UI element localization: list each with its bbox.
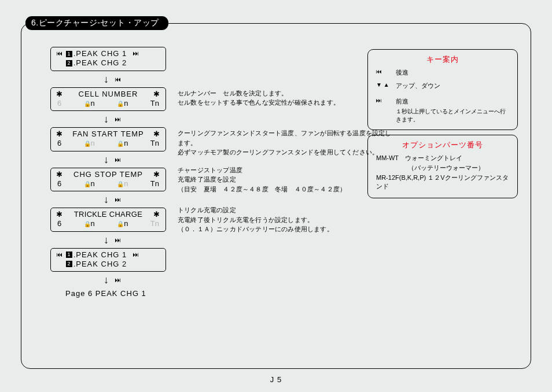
star-icon: ✱	[153, 170, 160, 179]
arrow-down-icon: ↓	[104, 275, 109, 285]
star-icon: ✱	[56, 90, 63, 99]
lcd-box: ⏮ 1 .PEAK CHG 1 ⏭ ⏮ 2 .PEAK CHG 2	[50, 248, 166, 272]
nav-icon: ⏭	[115, 276, 121, 283]
value-c: 🔒n	[117, 99, 128, 108]
prev-icon: ⏮	[376, 68, 391, 75]
value-a: 6	[57, 139, 61, 148]
step-desc: セルナンバー セル数を決定します。セル数をセットする事で色んな安定性が確保されま…	[178, 88, 386, 108]
lcd-box: ✱ CHG STOP TEMP ✱ 6 🔒n 🔒n Tn	[50, 168, 166, 192]
key-row: ▼ ▲ アップ、ダウン	[376, 82, 509, 90]
key-label: 後進	[396, 68, 409, 77]
lcd-text: .PEAK CHG 2	[73, 58, 127, 68]
nav-icon: ⏭	[115, 116, 121, 123]
next-icon: ⏭	[376, 97, 391, 103]
step-desc: チャージストップ温度充電終了温度を設定（目安 夏場 ４２度～４８度 冬場 ４０度…	[178, 165, 386, 194]
star-icon: ✱	[56, 210, 63, 219]
lcd-row: ✱ CELL NUMBER ✱	[56, 90, 160, 99]
key-row: ⏭ 前進	[376, 97, 509, 106]
step-5: ⏮ 1 .PEAK CHG 1 ⏭ ⏮ 2 .PEAK CHG 2 ↓ ⏭	[50, 248, 374, 286]
item-number: 2	[66, 261, 72, 267]
key-guide-panel: キー案内 ⏮ 後進 ▼ ▲ アップ、ダウン ⏭ 前進 １秒以上押しているとメイン…	[367, 49, 518, 130]
opt-line: MM-WT ウォーミングトレイ	[376, 154, 509, 162]
lcd-row: 6 🔒n 🔒n Tn	[56, 179, 160, 188]
up-down-icon: ▼ ▲	[376, 82, 391, 88]
lcd-row: ⏮ 2 .PEAK CHG 2	[56, 260, 160, 269]
lcd-box: ✱ TRICKLE CHARGE ✱ 6 🔒n 🔒n Tn	[50, 208, 166, 232]
value-d: Tn	[150, 219, 159, 228]
lcd-row: ⏮ 1 .PEAK CHG 1 ⏭	[56, 250, 160, 260]
option-parts-panel: オプションパーツ番号 MM-WT ウォーミングトレイ （バッテリーウォーマー） …	[367, 135, 518, 198]
next-icon: ⏭	[133, 50, 139, 58]
step-2: ✱ FAN START TEMP ✱ 6 🔒n 🔒n Tn クーリングファンスタ…	[50, 127, 374, 165]
lcd-row: ⏮ 2 .PEAK CHG 2	[56, 58, 160, 68]
lcd-row: 6 🔒n 🔒n Tn	[56, 139, 160, 148]
item-number: 1	[66, 252, 72, 258]
lcd-text: .PEAK CHG 2	[73, 260, 127, 269]
lcd-box: ✱ FAN START TEMP ✱ 6 🔒n 🔒n Tn	[50, 127, 166, 151]
nav-icon: ⏭	[115, 236, 121, 243]
section-header: 6.ピークチャージ-セット・アップ	[25, 16, 168, 30]
arrow-down-icon: ↓	[104, 235, 109, 245]
main-frame: ⏮ 1 .PEAK CHG 1 ⏭ ⏮ 2 .PEAK CHG 2 ↓ ⏮	[21, 23, 531, 369]
key-label: アップ、ダウン	[396, 82, 440, 90]
next-icon: ⏭	[133, 251, 139, 259]
lcd-text: .PEAK CHG 1	[73, 49, 127, 58]
star-icon: ✱	[153, 210, 160, 219]
arrow-down-icon: ↓	[104, 194, 109, 205]
lcd-box: ✱ CELL NUMBER ✱ 6 🔒n 🔒n Tn	[50, 87, 166, 112]
key-note: １秒以上押しているとメインメニューへ行きます。	[396, 108, 509, 124]
value-c: 🔒n	[117, 139, 128, 148]
nav-icon: ⏭	[115, 156, 121, 163]
value-d: Tn	[150, 179, 159, 188]
arrow-down-icon: ↓	[104, 74, 109, 84]
star-icon: ✱	[153, 130, 160, 139]
prev-icon: ⏮	[56, 50, 63, 58]
lcd-title: CHG STOP TEMP	[73, 170, 143, 179]
value-b: 🔒n	[84, 99, 95, 108]
lcd-row: ✱ FAN START TEMP ✱	[56, 130, 160, 139]
lcd-title: TRICKLE CHARGE	[74, 210, 142, 219]
step-0: ⏮ 1 .PEAK CHG 1 ⏭ ⏮ 2 .PEAK CHG 2 ↓ ⏮	[50, 47, 374, 85]
value-a: 6	[57, 179, 61, 188]
value-a: 6	[57, 219, 61, 228]
nav-icon: ⏮	[115, 76, 121, 83]
flow-column: ⏮ 1 .PEAK CHG 1 ⏭ ⏮ 2 .PEAK CHG 2 ↓ ⏮	[50, 47, 374, 298]
lcd-row: ⏮ 1 .PEAK CHG 1 ⏭	[56, 49, 160, 58]
value-b: 🔒n	[84, 139, 95, 148]
item-number: 2	[66, 60, 72, 66]
value-b: 🔒n	[84, 219, 95, 228]
page-label: Page 6 PEAK CHG 1	[65, 289, 374, 298]
value-b: 🔒n	[84, 179, 95, 188]
arrow-down-icon: ↓	[104, 154, 109, 165]
step-desc: クーリングファンスタンドスタート温度、ファンが回転する温度を設定します。必ずマッ…	[178, 128, 398, 157]
lcd-box: ⏮ 1 .PEAK CHG 1 ⏭ ⏮ 2 .PEAK CHG 2	[50, 47, 166, 71]
prev-icon: ⏮	[56, 251, 63, 259]
opt-line: （バッテリーウォーマー）	[376, 164, 509, 172]
panel-title: オプションパーツ番号	[376, 140, 509, 150]
lcd-row: ✱ TRICKLE CHARGE ✱	[56, 210, 160, 219]
lcd-row: 6 🔒n 🔒n Tn	[56, 99, 160, 108]
lcd-row: 6 🔒n 🔒n Tn	[56, 219, 160, 228]
value-d: Tn	[150, 139, 159, 148]
value-c: 🔒n	[117, 219, 128, 228]
lcd-text: .PEAK CHG 1	[73, 250, 127, 260]
step-3: ✱ CHG STOP TEMP ✱ 6 🔒n 🔒n Tn チャージストップ温度充…	[50, 168, 374, 206]
lcd-title: CELL NUMBER	[79, 90, 138, 99]
page-footer: J 5	[0, 375, 552, 384]
value-a: 6	[57, 99, 61, 108]
step-1: ✱ CELL NUMBER ✱ 6 🔒n 🔒n Tn セルナンバー セル数を決定…	[50, 87, 374, 125]
lcd-title: FAN START TEMP	[72, 130, 144, 139]
nav-icon: ⏭	[115, 196, 121, 203]
key-label: 前進	[396, 97, 409, 106]
value-d: Tn	[150, 99, 159, 108]
lcd-row: ✱ CHG STOP TEMP ✱	[56, 170, 160, 179]
opt-line: MR-12F(B,K,R,P) １２Vクーリングファンスタンド	[376, 173, 509, 191]
key-row: ⏮ 後進	[376, 68, 509, 77]
step-desc: トリクル充電の設定充電終了後トリクル充電を行うか設定します。（０．１Ａ）ニッカド…	[178, 205, 386, 234]
panel-title: キー案内	[376, 54, 509, 65]
star-icon: ✱	[153, 90, 160, 99]
star-icon: ✱	[56, 130, 63, 139]
arrow-down-icon: ↓	[104, 114, 109, 124]
value-c: 🔒n	[117, 179, 128, 188]
step-4: ✱ TRICKLE CHARGE ✱ 6 🔒n 🔒n Tn トリクル充電の設定充…	[50, 208, 374, 246]
